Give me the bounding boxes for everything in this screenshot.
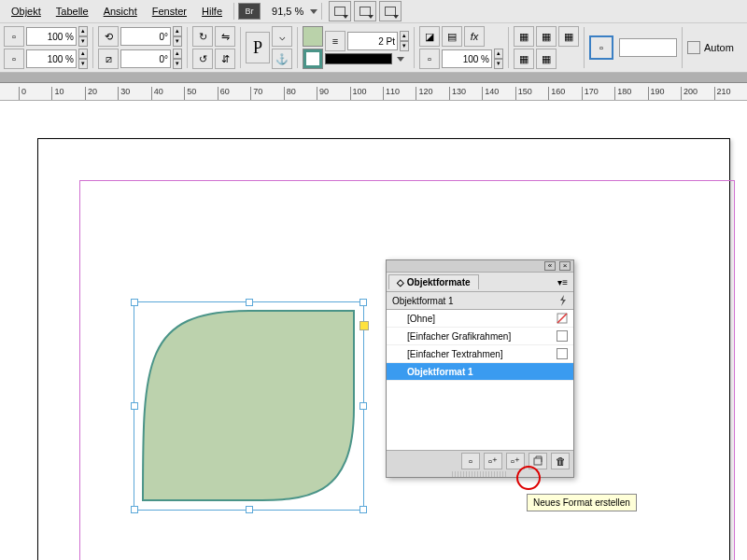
rotate-cw-icon[interactable]: ↻ [192,26,213,47]
list-item[interactable]: [Einfacher Grafikrahmen] [387,328,573,345]
styles-list: [Ohne] [Einfacher Grafikrahmen] [Einfach… [387,310,573,450]
panel-footer: ▫ ▫⁺ ▫⁺ 🗑 [387,450,573,471]
divider [187,27,188,68]
list-item-selected[interactable]: Objektformat 1 [387,363,573,381]
resize-handle[interactable] [131,506,138,513]
wrap-jump-icon[interactable]: ▦ [514,49,534,69]
panel-titlebar[interactable]: « × [387,260,573,273]
angle-input-2[interactable]: 0° [120,49,171,68]
fx-icon[interactable]: fx [464,26,485,47]
stepper[interactable]: ▴▾ [400,31,409,51]
svg-rect-2 [534,458,542,465]
paragraph-styles-icon[interactable]: P [246,32,270,63]
panel-tabs: ◇ Objektformate ▾≡ [387,273,573,292]
x-icon: ▫ [4,26,24,47]
rotate-ccw-icon[interactable]: ↺ [192,49,213,69]
arrange-button[interactable] [354,1,376,21]
zoom-display[interactable]: 91,5 % [268,4,307,19]
object-styles-panel: « × ◇ Objektformate ▾≡ Objektformat 1 [O… [386,259,574,478]
clear-override-button[interactable]: ▫ [461,453,480,469]
resize-handle[interactable] [359,402,367,410]
wrap-bbox-icon[interactable]: ▦ [536,26,557,47]
frame-icon [557,330,568,342]
dropdown-icon[interactable] [397,57,404,62]
control-toolbar: ▫100 %▴▾ ▫100 %▴▾ ⟲0°▴▾ ⧄0°▴▾ ↻ ⇋ ↺ ⇵ P … [0,23,747,73]
opacity-input-2[interactable]: 100 % [26,49,77,68]
resize-handle[interactable] [359,299,367,306]
y-icon: ▫ [4,49,24,69]
none-icon [557,313,568,324]
zoom-dropdown-icon[interactable] [310,9,317,14]
anchor-icon[interactable]: ⚓ [272,49,292,69]
document-canvas[interactable]: « × ◇ Objektformate ▾≡ Objektformat 1 [O… [0,101,747,560]
divider [297,27,298,68]
frame-fit-icon[interactable]: ▫ [589,35,613,60]
flip-h-icon[interactable]: ⇋ [215,26,235,47]
menu-fenster[interactable]: Fenster [145,4,194,19]
close-icon[interactable]: × [559,261,571,271]
resize-handle[interactable] [246,506,253,513]
corner-options-handle[interactable] [359,321,369,330]
tab-objektformate[interactable]: ◇ Objektformate [388,274,479,289]
flip-v-icon[interactable]: ⇵ [215,49,235,69]
stepper[interactable]: ▴▾ [78,49,88,69]
stepper[interactable]: ▴▾ [78,26,88,47]
svg-line-1 [557,314,567,323]
effects-icon[interactable]: ◪ [419,26,440,47]
stepper[interactable]: ▴▾ [173,26,182,47]
fill-swatch[interactable] [303,26,323,47]
shear-icon: ⧄ [98,49,119,69]
menu-tabelle[interactable]: Tabelle [49,4,96,19]
separator [321,3,322,20]
auto-label: Autom [704,42,734,53]
resize-handle[interactable] [131,299,138,306]
leaf-shape[interactable] [137,305,359,506]
rotate-icon: ⟲ [98,26,119,47]
panel-current-style: Objektformat 1 [387,292,573,310]
screen-mode-button[interactable] [329,1,351,21]
list-item[interactable]: [Einfacher Textrahmen] [387,345,573,363]
bridge-button[interactable]: Br [238,3,261,20]
list-item[interactable]: [Ohne] [387,310,573,328]
menubar: Objekt Tabelle Ansicht Fenster Hilfe Br … [0,0,747,23]
opacity-input-1[interactable]: 100 % [26,27,77,46]
new-style-button[interactable] [529,453,547,469]
opacity-input-3[interactable]: 100 % [442,49,492,68]
drop-shadow-icon[interactable]: ▤ [442,26,462,47]
horizontal-ruler[interactable]: 0102030405060708090100110120130140150160… [0,83,747,101]
panel-menu-icon[interactable]: ▾≡ [552,277,573,287]
stepper[interactable]: ▴▾ [494,49,503,69]
default-text-button[interactable]: ▫⁺ [506,453,525,469]
stroke-swatch[interactable] [303,49,323,69]
collapse-icon[interactable]: « [544,261,556,271]
auto-checkbox[interactable] [687,41,700,54]
blend-icon: ▫ [419,49,440,69]
resize-handle[interactable] [131,402,138,410]
default-graphic-button[interactable]: ▫⁺ [484,453,502,469]
separator [233,3,234,20]
workspace-button[interactable] [379,1,402,21]
divider [92,27,93,68]
wrap-none-icon[interactable]: ▦ [514,26,534,47]
stroke-weight-icon: ≡ [325,31,345,51]
stepper[interactable]: ▴▾ [173,49,182,69]
structure-icon[interactable]: ⌵ [272,26,292,47]
doc-edge [0,73,747,83]
tooltip: Neues Format erstellen [527,494,637,511]
menu-hilfe[interactable]: Hilfe [194,4,230,19]
divider [508,27,509,68]
object-style-field[interactable] [619,38,677,57]
panel-grip[interactable] [452,471,508,477]
trash-button[interactable]: 🗑 [551,453,570,469]
angle-input-1[interactable]: 0° [120,27,171,46]
wrap-next-icon[interactable]: ▦ [536,49,557,69]
selected-object-frame[interactable] [134,301,364,511]
menu-objekt[interactable]: Objekt [4,4,49,19]
resize-handle[interactable] [246,299,253,306]
stroke-weight-input[interactable]: 2 Pt [347,32,398,50]
menu-ansicht[interactable]: Ansicht [96,4,145,19]
wrap-shape-icon[interactable]: ▦ [558,26,579,47]
current-style-label: Objektformat 1 [392,296,454,306]
stroke-style-preview[interactable] [325,53,392,64]
resize-handle[interactable] [359,506,367,513]
